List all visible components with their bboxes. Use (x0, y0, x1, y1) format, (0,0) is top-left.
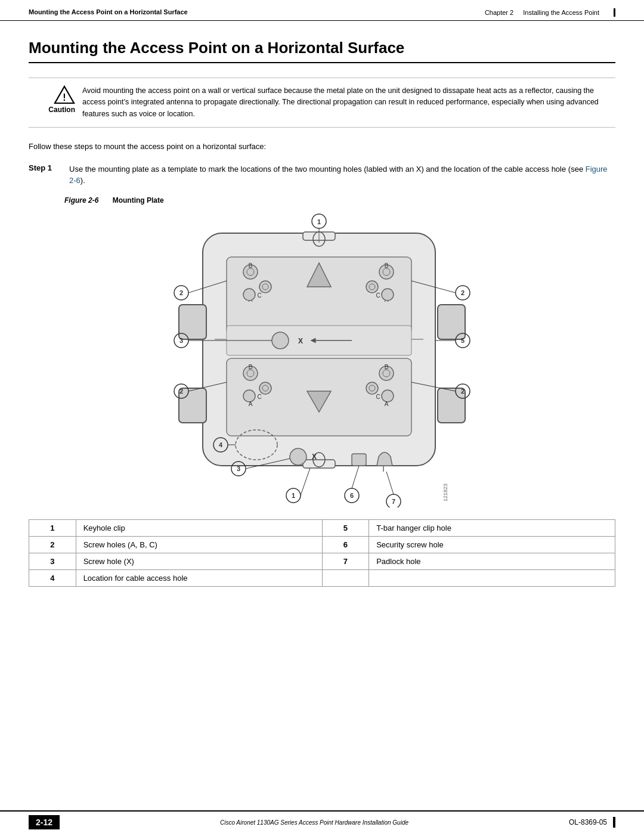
caution-label: Caution (48, 106, 75, 114)
svg-text:B: B (385, 262, 389, 269)
svg-point-19 (243, 289, 255, 301)
svg-text:1: 1 (292, 492, 295, 499)
page-number: 2-12 (29, 815, 60, 829)
caution-box: ! Caution Avoid mounting the access poin… (29, 78, 615, 128)
svg-text:B: B (385, 364, 389, 370)
step-1-text: Use the mounting plate as a template to … (69, 163, 615, 187)
figure-caption: Figure 2-6 Mounting Plate (64, 196, 615, 205)
svg-point-30 (272, 332, 289, 349)
footer-doc-id: OL-8369-05 (569, 817, 615, 828)
legend-row-1: 1 Keyhole clip 5 T-bar hanger clip hole (29, 519, 615, 536)
svg-text:C: C (376, 394, 380, 400)
header-right: Chapter 2 Installing the Access Point (485, 8, 615, 17)
svg-point-39 (259, 382, 271, 394)
svg-text:!: ! (63, 92, 66, 103)
legend-desc-4: Location for cable access hole (76, 569, 322, 586)
header-bar (614, 8, 615, 17)
step-1-label: Step 1 (29, 163, 62, 172)
intro-text: Follow these steps to mount the access p… (29, 141, 615, 153)
footer-doc-title: Cisco Aironet 1130AG Series Access Point… (60, 819, 569, 826)
svg-rect-3 (179, 305, 206, 339)
svg-text:C: C (257, 394, 261, 400)
svg-text:3: 3 (237, 465, 240, 472)
legend-num-6: 6 (322, 536, 369, 553)
svg-text:2: 2 (461, 289, 465, 296)
svg-rect-4 (438, 305, 465, 339)
svg-line-92 (352, 466, 359, 488)
legend-desc-1: Keyhole clip (76, 519, 322, 536)
header-chapter: Chapter 2 (485, 9, 513, 16)
svg-point-47 (366, 382, 378, 394)
figure-caption-num: Figure 2-6 (64, 196, 98, 205)
legend-desc-3: Screw hole (X) (76, 553, 322, 569)
legend-desc-6: Security screw hole (369, 536, 615, 553)
legend-num-1: 1 (29, 519, 76, 536)
legend-num-5: 5 (322, 519, 369, 536)
svg-text:X: X (312, 453, 317, 461)
svg-point-23 (366, 281, 378, 293)
svg-point-56 (290, 448, 306, 465)
legend-num-7: 7 (322, 553, 369, 569)
svg-text:121823: 121823 (442, 484, 448, 501)
mounting-plate-diagram: B C A B C A X (155, 209, 489, 507)
svg-point-50 (382, 390, 394, 402)
caution-text: Avoid mounting the access point on a wal… (82, 85, 615, 120)
page-header: Mounting the Access Point on a Horizonta… (0, 0, 644, 21)
svg-text:5: 5 (461, 337, 465, 344)
svg-text:2: 2 (461, 388, 465, 395)
svg-text:A: A (249, 401, 253, 407)
main-content: Mounting the Access Point on a Horizonta… (0, 21, 644, 646)
header-title: Installing the Access Point (523, 9, 599, 16)
page-title: Mounting the Access Point on a Horizonta… (29, 39, 615, 63)
svg-text:C: C (257, 292, 261, 299)
svg-rect-58 (352, 454, 366, 466)
legend-desc-2: Screw holes (A, B, C) (76, 536, 322, 553)
svg-text:A: A (385, 401, 389, 407)
svg-text:2: 2 (179, 388, 183, 395)
legend-row-3: 3 Screw hole (X) 7 Padlock hole (29, 553, 615, 569)
svg-text:B: B (249, 262, 253, 269)
legend-table: 1 Keyhole clip 5 T-bar hanger clip hole … (29, 519, 615, 587)
legend-row-4: 4 Location for cable access hole (29, 569, 615, 586)
figure-caption-label: Mounting Plate (113, 196, 164, 205)
figure-diagram: B C A B C A X (29, 209, 615, 507)
legend-num-4: 4 (29, 569, 76, 586)
legend-desc-empty (369, 569, 615, 586)
svg-text:2: 2 (179, 289, 183, 296)
footer-bar (613, 817, 615, 828)
legend-num-3: 3 (29, 553, 76, 569)
legend-desc-5: T-bar hanger clip hole (369, 519, 615, 536)
legend-desc-7: Padlock hole (369, 553, 615, 569)
svg-text:3: 3 (179, 337, 183, 344)
svg-text:6: 6 (350, 492, 354, 499)
caution-left: ! Caution (29, 85, 82, 114)
svg-text:B: B (249, 364, 253, 370)
step-1: Step 1 Use the mounting plate as a templ… (29, 163, 615, 187)
legend-num-2: 2 (29, 536, 76, 553)
caution-triangle-icon: ! (54, 85, 75, 104)
header-section-title: Mounting the Access Point on a Horizonta… (29, 8, 188, 16)
svg-text:7: 7 (392, 498, 395, 505)
svg-line-95 (386, 472, 394, 494)
page-footer: 2-12 Cisco Aironet 1130AG Series Access … (0, 810, 644, 833)
svg-text:C: C (376, 292, 380, 299)
svg-point-42 (243, 390, 255, 402)
svg-text:4: 4 (219, 441, 223, 448)
svg-line-89 (301, 468, 310, 496)
svg-point-15 (259, 281, 271, 293)
svg-text:1: 1 (317, 218, 321, 225)
svg-point-27 (382, 289, 394, 301)
legend-num-empty (322, 569, 369, 586)
legend-row-2: 2 Screw holes (A, B, C) 6 Security screw… (29, 536, 615, 553)
svg-text:X: X (298, 337, 303, 345)
